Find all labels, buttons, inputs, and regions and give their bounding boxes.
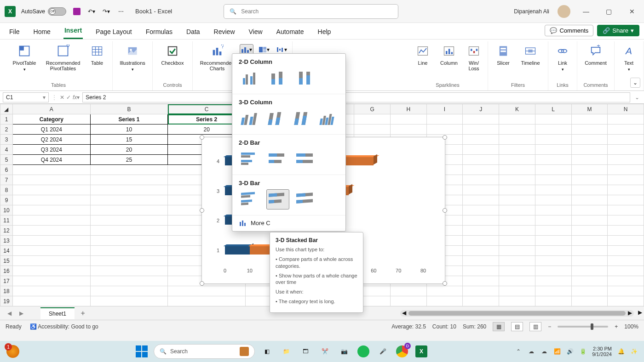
row-header[interactable]: 19	[0, 296, 13, 306]
row-header[interactable]: 6	[0, 165, 13, 175]
row-header[interactable]: 3	[0, 135, 13, 145]
col-header[interactable]: N	[608, 104, 644, 114]
undo-button[interactable]: ↶▾	[86, 6, 97, 17]
more-column-charts[interactable]: More C	[232, 215, 345, 231]
user-name[interactable]: Dipanjenah Ali	[514, 8, 549, 15]
row-header[interactable]: 9	[0, 195, 13, 205]
cell[interactable]: Q4 2024	[12, 155, 90, 165]
cancel-formula-icon[interactable]: ✕	[60, 94, 64, 101]
share-button[interactable]: 🔗Share ▾	[597, 25, 639, 36]
chart-3d-100-stacked-column[interactable]	[291, 108, 313, 129]
chart-clustered-column[interactable]	[239, 68, 262, 88]
volume-icon[interactable]: 🔊	[566, 348, 574, 355]
checkbox-button[interactable]: Checkbox	[156, 41, 189, 68]
page-layout-view-button[interactable]: ▤	[511, 322, 523, 331]
tab-file[interactable]: File	[8, 25, 21, 39]
system-clock[interactable]: 2:30 PM9/1/2024	[592, 346, 612, 357]
col-header[interactable]: I	[426, 104, 463, 114]
sparkline-column-button[interactable]: Column	[436, 41, 462, 68]
row-header[interactable]: 5	[0, 155, 13, 165]
cell[interactable]: 25	[90, 155, 168, 165]
resize-handle[interactable]	[200, 208, 204, 213]
comment-button[interactable]: +Comment	[581, 41, 610, 68]
cell[interactable]: 10	[90, 124, 168, 135]
redo-button[interactable]: ↷▾	[101, 6, 111, 17]
page-break-view-button[interactable]: ▥	[529, 322, 541, 331]
notifications-icon[interactable]: 🔔	[617, 348, 625, 355]
column-chart-menu[interactable]: 2-D Column 3-D Column 2-D Bar 3-D Bar Mo…	[232, 53, 346, 232]
row-header[interactable]: 4	[0, 145, 13, 155]
ribbon-collapse-button[interactable]: ⌄	[630, 78, 640, 88]
close-button[interactable]: ✕	[625, 4, 639, 19]
slicer-button[interactable]: Slicer	[492, 41, 515, 68]
taskbar-search[interactable]: 🔍Search	[154, 344, 255, 359]
col-header[interactable]: B	[90, 104, 168, 114]
col-header[interactable]: K	[499, 104, 535, 114]
chart-100-stacked-column[interactable]	[294, 68, 317, 88]
calculator-icon[interactable]: 🗔	[298, 344, 313, 359]
cell[interactable]: Category	[12, 114, 90, 124]
resize-handle[interactable]	[200, 135, 204, 140]
cell[interactable]: 20	[90, 145, 168, 155]
save-button[interactable]	[72, 6, 82, 17]
start-button[interactable]	[134, 344, 149, 359]
file-explorer-icon[interactable]: 📁	[279, 344, 293, 359]
tab-page-layout[interactable]: Page Layout	[95, 25, 133, 39]
tab-insert[interactable]: Insert	[63, 24, 83, 39]
tab-automate[interactable]: Automate	[276, 25, 305, 39]
row-header[interactable]: 12	[0, 226, 13, 236]
cell[interactable]: Q2 2024	[12, 135, 90, 145]
fx-icon[interactable]: fx▾	[73, 94, 80, 101]
tab-review[interactable]: Review	[213, 25, 236, 39]
copilot-icon[interactable]: ✨	[630, 348, 638, 355]
text-button[interactable]: AText▾	[618, 41, 639, 74]
comments-button[interactable]: 💬Comments	[545, 25, 593, 36]
tab-home[interactable]: Home	[33, 25, 52, 39]
chart-3d-column[interactable]	[317, 108, 339, 129]
sheet-nav-prev[interactable]: ◀	[5, 309, 14, 318]
onedrive-icon[interactable]: ☁	[528, 348, 535, 355]
timeline-button[interactable]: Timeline	[517, 41, 544, 68]
tab-formulas[interactable]: Formulas	[145, 25, 173, 39]
chart-3d-clustered-bar[interactable]	[239, 189, 262, 209]
horizontal-scrollbar[interactable]: ◀▶	[400, 310, 634, 317]
sheet-tab[interactable]: Sheet1	[40, 307, 75, 319]
qat-overflow[interactable]: ⋯	[116, 6, 126, 17]
row-header[interactable]: 2	[0, 124, 13, 135]
chart-clustered-bar[interactable]	[239, 149, 262, 169]
resize-handle[interactable]	[443, 281, 447, 286]
autosave-toggle[interactable]: AutoSave Off	[21, 7, 66, 16]
cell[interactable]: Q3 2024	[12, 145, 90, 155]
pivot-table-button[interactable]: PivotTable▾	[8, 41, 40, 74]
zoom-level[interactable]: 100%	[624, 323, 638, 330]
resize-handle[interactable]	[443, 135, 447, 140]
chart-3d-100-stacked-bar[interactable]	[294, 189, 317, 209]
cell[interactable]: Series 1	[90, 114, 168, 124]
wifi-icon[interactable]: 📶	[553, 348, 561, 355]
table-button[interactable]: Table	[86, 41, 109, 68]
chart-3d-stacked-column[interactable]	[265, 108, 287, 129]
row-header[interactable]: 8	[0, 185, 13, 195]
minimize-button[interactable]: —	[579, 4, 593, 19]
row-header[interactable]: 15	[0, 256, 13, 266]
col-header[interactable]: J	[463, 104, 499, 114]
chart-3d-stacked-bar[interactable]	[266, 189, 289, 209]
chart-stacked-column[interactable]	[266, 68, 289, 88]
select-all-cell[interactable]: ◢	[0, 104, 13, 114]
row-header[interactable]: 16	[0, 266, 13, 276]
normal-view-button[interactable]: ▦	[493, 322, 505, 331]
row-header[interactable]: 7	[0, 175, 13, 185]
tab-data[interactable]: Data	[185, 25, 201, 39]
spotify-icon[interactable]	[356, 344, 371, 359]
row-header[interactable]: 11	[0, 215, 13, 226]
microphone-icon[interactable]: 🎤	[375, 344, 390, 359]
chart-100-stacked-bar[interactable]	[294, 149, 317, 169]
cloud-sync-icon[interactable]: ☁	[540, 348, 548, 355]
camera-icon[interactable]: 📷	[337, 344, 351, 359]
zoom-slider[interactable]	[558, 326, 608, 328]
name-box[interactable]: C1▾	[3, 92, 49, 102]
accessibility-status[interactable]: ♿ Accessibility: Good to go	[30, 323, 98, 330]
user-avatar[interactable]	[558, 5, 570, 18]
resize-handle[interactable]	[443, 208, 447, 213]
col-header[interactable]: M	[571, 104, 608, 114]
